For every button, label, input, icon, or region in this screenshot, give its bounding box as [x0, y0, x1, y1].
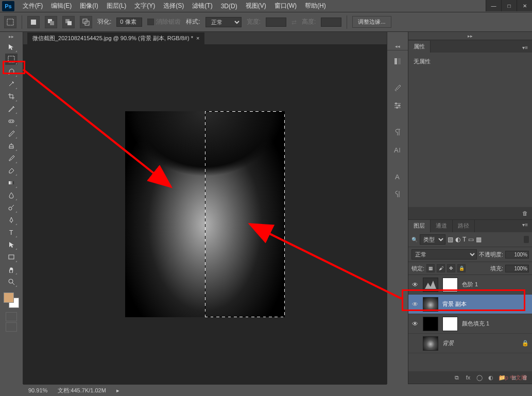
menu-help[interactable]: 帮助(H)	[301, 1, 330, 11]
opacity-input[interactable]	[505, 251, 529, 259]
layer-name[interactable]: 背景 副本	[442, 300, 467, 308]
gradient-tool[interactable]	[5, 177, 18, 188]
toolbar-collapse[interactable]: ▸▸	[9, 34, 14, 39]
lock-transparent-icon[interactable]: ▦	[426, 264, 435, 272]
character-icon[interactable]: A	[391, 143, 404, 157]
adjustments-icon[interactable]	[391, 55, 404, 68]
menu-edit[interactable]: 编辑(E)	[47, 1, 76, 11]
doc-info[interactable]: 文档:445.7K/1.02M	[58, 387, 106, 394]
paths-tab[interactable]: 路径	[453, 220, 475, 232]
panels-collapse[interactable]: ▸▸	[408, 32, 532, 40]
new-layer-icon[interactable]: ⊞	[509, 373, 518, 382]
selection-add-icon[interactable]	[45, 16, 57, 28]
layer-name[interactable]: 颜色填充 1	[462, 320, 489, 328]
layer-thumb-icon[interactable]	[423, 336, 438, 351]
blur-tool[interactable]	[5, 190, 18, 201]
menu-filter[interactable]: 滤镜(T)	[188, 1, 216, 11]
type-tool[interactable]: T	[5, 227, 18, 238]
lock-all-icon[interactable]: 🔒	[457, 264, 466, 272]
filter-kind-select[interactable]: 类型	[420, 234, 445, 245]
layer-row[interactable]: 👁 颜色填充 1	[408, 314, 532, 334]
close-tab-icon[interactable]: ×	[196, 35, 199, 41]
brush-presets-icon[interactable]	[391, 81, 404, 95]
menu-type[interactable]: 文字(Y)	[130, 1, 159, 11]
maximize-button[interactable]: □	[501, 0, 517, 11]
filter-toggle[interactable]	[524, 236, 529, 243]
lock-position-icon[interactable]: ✥	[447, 264, 455, 272]
magic-wand-tool[interactable]	[5, 78, 18, 90]
layer-thumb-icon[interactable]	[423, 317, 438, 331]
rectangular-marquee-tool[interactable]	[5, 54, 18, 65]
channels-tab[interactable]: 通道	[431, 220, 453, 232]
menu-view[interactable]: 视图(V)	[242, 1, 270, 11]
filter-pixel-icon[interactable]: ▧	[448, 236, 453, 243]
lasso-tool[interactable]	[5, 66, 18, 77]
refine-edge-button[interactable]: 调整边缘...	[352, 16, 391, 28]
doc-info-dropdown-icon[interactable]: ▸	[116, 387, 119, 394]
properties-tab[interactable]: 属性	[408, 41, 431, 53]
panel-menu-icon[interactable]: ▾≡	[518, 43, 532, 53]
trash-icon[interactable]: 🗑	[521, 209, 529, 217]
panel-menu-icon[interactable]: ▾≡	[518, 220, 532, 232]
brush-tool[interactable]	[5, 128, 18, 139]
layer-row[interactable]: 👁 背景 副本	[408, 295, 532, 314]
pen-tool[interactable]	[5, 214, 18, 226]
menu-image[interactable]: 图像(I)	[76, 1, 102, 11]
screenmode-toggle[interactable]	[6, 322, 17, 332]
color-swatches[interactable]	[4, 292, 19, 308]
zoom-level[interactable]: 90.91%	[28, 387, 47, 393]
filter-adjust-icon[interactable]: ◐	[455, 236, 460, 243]
blend-mode-select[interactable]: 正常	[411, 249, 477, 260]
visibility-toggle[interactable]: 👁	[411, 320, 419, 328]
rectangle-tool[interactable]	[5, 251, 18, 263]
layer-group-icon[interactable]: 📁	[498, 373, 506, 382]
layer-mask-icon[interactable]: ◯	[475, 373, 484, 382]
menu-window[interactable]: 窗口(W)	[270, 1, 301, 11]
foreground-color[interactable]	[4, 292, 14, 303]
adjustment-layer-icon[interactable]: ◐	[487, 373, 495, 382]
lock-pixels-icon[interactable]: 🖌	[437, 264, 445, 272]
filter-shape-icon[interactable]: ▭	[468, 236, 474, 243]
filter-type-icon[interactable]: T	[462, 236, 466, 243]
brush-settings-icon[interactable]	[391, 99, 404, 112]
fill-input[interactable]	[505, 265, 529, 272]
selection-subtract-icon[interactable]	[62, 16, 75, 28]
dodge-tool[interactable]	[5, 202, 18, 213]
layer-thumb-icon[interactable]	[423, 278, 438, 292]
eyedropper-tool[interactable]	[5, 103, 18, 114]
zoom-tool[interactable]	[5, 276, 18, 287]
path-selection-tool[interactable]	[5, 239, 18, 250]
layer-name[interactable]: 色阶 1	[462, 281, 478, 288]
delete-layer-icon[interactable]: 🗑	[521, 373, 529, 382]
layer-mask-thumb[interactable]	[442, 317, 458, 331]
healing-brush-tool[interactable]	[5, 115, 18, 127]
layer-row[interactable]: 👁 背景 🔒	[408, 334, 532, 353]
canvas-viewport[interactable]	[23, 44, 387, 384]
layer-fx-icon[interactable]: fx	[464, 373, 472, 382]
move-tool[interactable]	[5, 41, 18, 53]
menu-file[interactable]: 文件(F)	[19, 1, 47, 11]
layer-row[interactable]: 👁 色阶 1	[408, 275, 532, 295]
minimize-button[interactable]: —	[486, 0, 501, 11]
current-tool-icon[interactable]	[4, 16, 16, 28]
quickmask-toggle[interactable]	[6, 312, 17, 321]
paragraph-styles-icon[interactable]	[391, 187, 404, 201]
layer-thumb-icon[interactable]	[423, 297, 438, 312]
style-select[interactable]: 正常	[205, 17, 242, 27]
clone-stamp-tool[interactable]	[5, 140, 18, 151]
crop-tool[interactable]	[5, 91, 18, 102]
layer-mask-thumb[interactable]	[442, 278, 458, 292]
menu-layer[interactable]: 图层(L)	[102, 1, 131, 11]
close-button[interactable]: ✕	[517, 0, 532, 11]
menu-select[interactable]: 选择(S)	[159, 1, 188, 11]
paragraph-icon[interactable]	[391, 126, 404, 139]
selection-new-icon[interactable]	[27, 16, 40, 28]
menu-3d[interactable]: 3D(D)	[217, 2, 242, 11]
dock-expand[interactable]: ◂◂	[387, 42, 408, 50]
character-styles-icon[interactable]: A	[391, 170, 404, 183]
document-tab[interactable]: 微信截图_20210824154425.jpg @ 90.9% (背景 副本, …	[27, 32, 204, 44]
eraser-tool[interactable]	[5, 165, 18, 176]
history-brush-tool[interactable]	[5, 152, 18, 164]
hand-tool[interactable]	[5, 264, 18, 275]
link-layers-icon[interactable]: ⧉	[453, 373, 461, 382]
